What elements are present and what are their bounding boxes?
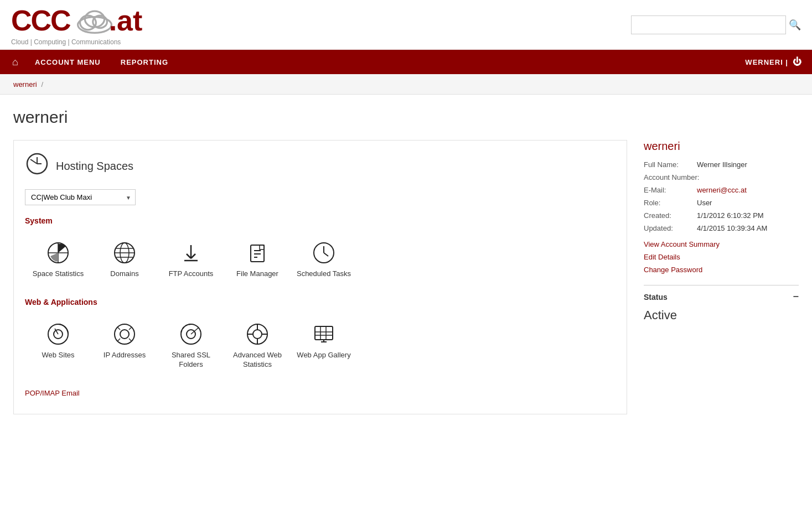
svg-point-26 bbox=[120, 330, 129, 339]
created-label: Created: bbox=[644, 211, 694, 220]
search-area: 🔍 bbox=[631, 15, 801, 34]
navbar-username: WERNERI | bbox=[745, 58, 788, 66]
space-statistics-label: Space Statistics bbox=[33, 269, 84, 279]
user-panel: werneri Full Name: Werner Illsinger Acco… bbox=[644, 140, 799, 414]
svg-point-35 bbox=[253, 330, 262, 339]
full-name-value: Werner Illsinger bbox=[697, 160, 747, 169]
svg-line-21 bbox=[324, 253, 328, 256]
svg-point-25 bbox=[115, 324, 135, 344]
email-label: E-Mail: bbox=[644, 186, 694, 194]
status-section: Status − Active bbox=[644, 285, 799, 323]
logo-area: CCC .at Cloud | Computing | Communicatio… bbox=[11, 4, 142, 46]
advanced-web-statistics-label: Advanced Web Statistics bbox=[230, 351, 285, 370]
svg-line-30 bbox=[129, 339, 131, 341]
ssl-folders-icon bbox=[179, 322, 203, 346]
svg-line-28 bbox=[129, 328, 131, 330]
created-row: Created: 1/1/2012 6:10:32 PM bbox=[644, 211, 799, 220]
file-manager-item[interactable]: File Manager bbox=[224, 233, 291, 287]
search-button[interactable]: 🔍 bbox=[789, 19, 801, 31]
navbar: ⌂ ACCOUNT MENU REPORTING WERNERI | ⏻ bbox=[0, 50, 812, 74]
created-value: 1/1/2012 6:10:32 PM bbox=[697, 211, 764, 220]
content-left: Hosting Spaces CC|Web Club Maxi System bbox=[13, 140, 627, 414]
main-content: werneri Hosting Spaces bbox=[0, 95, 812, 428]
hosting-title: Hosting Spaces bbox=[56, 160, 133, 173]
logo-tagline: Cloud | Computing | Communications bbox=[11, 38, 142, 46]
scheduled-tasks-item[interactable]: Scheduled Tasks bbox=[291, 233, 357, 287]
ssl-folders-label: Shared SSL Folders bbox=[162, 351, 220, 370]
breadcrumb-separator: / bbox=[42, 80, 44, 89]
account-number-label: Account Number: bbox=[644, 173, 699, 181]
websites-label: Web Sites bbox=[42, 351, 74, 360]
websites-icon bbox=[46, 322, 70, 346]
ip-addresses-label: IP Addresses bbox=[104, 351, 146, 360]
system-section-label[interactable]: System bbox=[25, 216, 616, 225]
role-label: Role: bbox=[644, 199, 694, 207]
action-links: View Account Summary Edit Details Change… bbox=[644, 240, 799, 274]
svg-line-29 bbox=[118, 339, 120, 341]
ssl-folders-item[interactable]: Shared SSL Folders bbox=[158, 314, 224, 377]
hosting-panel: Hosting Spaces CC|Web Club Maxi System bbox=[13, 140, 627, 414]
advanced-web-statistics-item[interactable]: Advanced Web Statistics bbox=[224, 314, 291, 377]
navbar-right: WERNERI | ⏻ bbox=[745, 57, 806, 67]
system-icon-grid: Space Statistics Domains bbox=[25, 233, 616, 287]
hosting-select-area: CC|Web Club Maxi bbox=[25, 189, 616, 205]
scheduled-tasks-icon bbox=[312, 241, 336, 265]
hosting-header: Hosting Spaces bbox=[25, 152, 616, 180]
hosting-spaces-icon bbox=[25, 152, 49, 176]
ftp-accounts-item[interactable]: FTP Accounts bbox=[158, 233, 224, 287]
logo-at: .at bbox=[109, 4, 143, 37]
ftp-icon bbox=[179, 241, 203, 265]
status-value: Active bbox=[644, 308, 799, 323]
content-layout: Hosting Spaces CC|Web Club Maxi System bbox=[13, 140, 799, 414]
updated-value: 4/1/2015 10:39:34 AM bbox=[697, 224, 767, 232]
edit-details-link[interactable]: Edit Details bbox=[644, 253, 799, 261]
pop-imap-link[interactable]: POP/IMAP Email bbox=[25, 389, 80, 397]
space-statistics-item[interactable]: Space Statistics bbox=[25, 233, 91, 287]
breadcrumb: werneri / bbox=[0, 74, 812, 95]
search-input[interactable] bbox=[631, 15, 786, 34]
page-title: werneri bbox=[13, 108, 799, 127]
account-menu-button[interactable]: ACCOUNT MENU bbox=[25, 50, 111, 74]
domains-item[interactable]: Domains bbox=[91, 233, 158, 287]
space-statistics-icon bbox=[46, 241, 70, 265]
file-manager-label: File Manager bbox=[236, 269, 278, 279]
header: CCC .at Cloud | Computing | Communicatio… bbox=[0, 0, 812, 50]
user-panel-name: werneri bbox=[644, 140, 799, 153]
status-toggle[interactable]: − bbox=[793, 291, 799, 303]
svg-line-27 bbox=[118, 328, 120, 330]
hosting-dropdown[interactable]: CC|Web Club Maxi bbox=[25, 189, 136, 205]
reporting-button[interactable]: REPORTING bbox=[111, 50, 178, 74]
view-account-summary-link[interactable]: View Account Summary bbox=[644, 240, 799, 248]
email-value[interactable]: werneri@ccc.at bbox=[697, 186, 747, 194]
account-number-row: Account Number: bbox=[644, 173, 799, 181]
advanced-web-statistics-icon bbox=[245, 322, 270, 346]
scheduled-tasks-label: Scheduled Tasks bbox=[297, 269, 351, 279]
web-app-gallery-item[interactable]: Web App Gallery bbox=[291, 314, 357, 377]
role-value: User bbox=[697, 199, 712, 207]
updated-row: Updated: 4/1/2015 10:39:34 AM bbox=[644, 224, 799, 232]
role-row: Role: User bbox=[644, 199, 799, 207]
ip-addresses-item[interactable]: IP Addresses bbox=[91, 314, 158, 377]
web-apps-section-label[interactable]: Web & Applications bbox=[25, 298, 616, 306]
home-button[interactable]: ⌂ bbox=[6, 56, 25, 68]
status-header: Status − bbox=[644, 291, 799, 303]
ftp-accounts-label: FTP Accounts bbox=[169, 269, 214, 279]
ip-addresses-icon bbox=[112, 322, 137, 346]
web-app-gallery-icon bbox=[312, 322, 336, 346]
email-row: E-Mail: werneri@ccc.at bbox=[644, 186, 799, 194]
power-button[interactable]: ⏻ bbox=[793, 57, 802, 67]
hosting-dropdown-wrapper: CC|Web Club Maxi bbox=[25, 189, 136, 205]
full-name-label: Full Name: bbox=[644, 160, 694, 169]
status-label: Status bbox=[644, 293, 668, 302]
web-app-gallery-label: Web App Gallery bbox=[297, 351, 350, 360]
domains-label: Domains bbox=[110, 269, 138, 279]
svg-rect-36 bbox=[315, 326, 333, 340]
breadcrumb-link[interactable]: werneri bbox=[13, 80, 37, 89]
full-name-row: Full Name: Werner Illsinger bbox=[644, 160, 799, 169]
file-manager-icon bbox=[245, 241, 270, 265]
change-password-link[interactable]: Change Password bbox=[644, 266, 799, 274]
updated-label: Updated: bbox=[644, 224, 694, 232]
websites-item[interactable]: Web Sites bbox=[25, 314, 91, 377]
web-apps-icon-grid: Web Sites IP Addresses bbox=[25, 314, 616, 377]
logo-text: CCC bbox=[11, 6, 70, 35]
